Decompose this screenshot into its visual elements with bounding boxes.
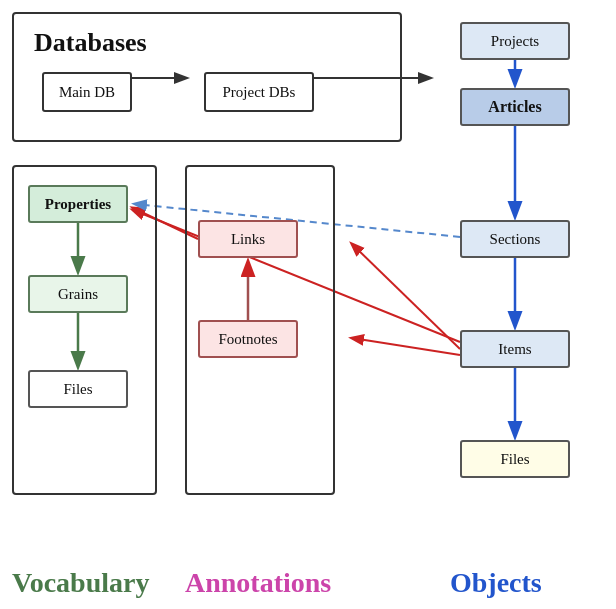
objects-items-node: Items [460, 330, 570, 368]
annotations-footnotes-node: Footnotes [198, 320, 298, 358]
main-db-box: Main DB [42, 72, 132, 112]
project-dbs-box: Project DBs [204, 72, 314, 112]
vocabulary-grains-node: Grains [28, 275, 128, 313]
objects-projects-node: Projects [460, 22, 570, 60]
vocabulary-files-node: Files [28, 370, 128, 408]
annotations-links-node: Links [198, 220, 298, 258]
annotations-label: Annotations [185, 567, 331, 599]
objects-sections-node: Sections [460, 220, 570, 258]
svg-line-10 [352, 338, 460, 355]
svg-line-9 [352, 244, 460, 349]
vocabulary-properties-node: Properties [28, 185, 128, 223]
databases-title: Databases [34, 28, 147, 58]
databases-container: Databases Main DB Project DBs [12, 12, 402, 142]
objects-label: Objects [450, 567, 542, 599]
diagram: Databases Main DB Project DBs Projects A… [0, 0, 616, 609]
objects-articles-node: Articles [460, 88, 570, 126]
objects-files-node: Files [460, 440, 570, 478]
vocabulary-label: Vocabulary [12, 567, 149, 599]
